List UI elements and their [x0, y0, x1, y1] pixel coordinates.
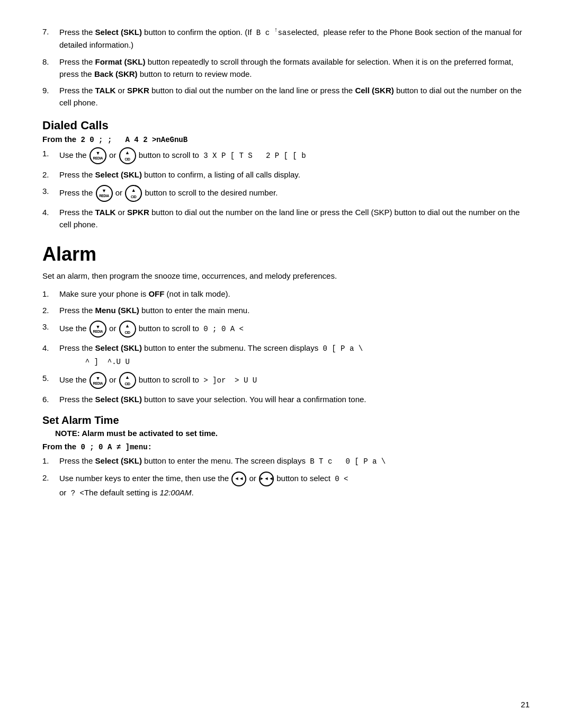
list-item: 4. Press the Select (SKL) button to ente… — [42, 342, 530, 368]
dialed-calls-from-line: From the 2 0 ; ; A 4 2 >nAeGnuB — [42, 135, 530, 144]
list-item: 9. Press the TALK or SPKR button to dial… — [42, 84, 530, 109]
cid-button: CID — [119, 372, 136, 389]
left-arrow-button: ◄◄ — [231, 472, 246, 486]
set-alarm-time-heading: Set Alarm Time — [42, 414, 530, 427]
list-content: Press the Select (SKL) button to save yo… — [59, 393, 530, 405]
redia-button: REDIA — [96, 185, 113, 202]
list-item: 4. Press the TALK or SPKR button to dial… — [42, 206, 530, 231]
list-item: 3. Press the REDIA or CID button to scro… — [42, 185, 530, 202]
list-number: 3. — [42, 321, 59, 333]
list-number: 1. — [42, 288, 59, 300]
list-item: 3. Use the REDIA or CID button to scroll… — [42, 321, 530, 338]
list-item: 2. Use number keys to enter the time, th… — [42, 472, 530, 500]
screen-code-line2: ^ ] ^.U U — [76, 358, 130, 366]
alarm-intro: Set an alarm, then program the snooze ti… — [42, 270, 530, 282]
list-number: 4. — [42, 206, 59, 218]
from-code: 0 ; 0 A ≠ ]menu: — [81, 443, 152, 451]
list-number: 6. — [42, 393, 59, 405]
or-text: or — [59, 488, 71, 497]
select-skl-bold: Select (SKL) — [95, 170, 142, 179]
talk-bold: TALK — [95, 208, 116, 217]
set-alarm-list: 1. Press the Select (SKL) button to ente… — [42, 455, 530, 500]
list-item: 6. Press the Select (SKL) button to save… — [42, 393, 530, 405]
dialed-calls-list: 1. Use the REDIA or CID button to scroll… — [42, 147, 530, 231]
redia-button: REDIA — [90, 321, 106, 338]
list-number: 1. — [42, 455, 59, 467]
default-text: The default setting is 12:00AM. — [84, 488, 194, 497]
list-item: 8. Press the Format (SKL) button repeate… — [42, 56, 530, 81]
from-label: From the — [42, 442, 76, 451]
off-bold: OFF — [148, 289, 164, 298]
list-content: Press the Select (SKL) button to confirm… — [59, 168, 530, 181]
list-content: Use the REDIA or CID button to scroll to… — [59, 372, 530, 389]
list-number: 2. — [42, 472, 59, 484]
scroll-target: 3 X P [ T S 2 P [ [ b — [203, 152, 306, 160]
set-alarm-from-line: From the 0 ; 0 A ≠ ]menu: — [42, 442, 530, 451]
spkr-bold: SPKR — [127, 86, 149, 95]
page-number: 21 — [521, 700, 530, 709]
screen-code: B T c 0 [ P a \ — [310, 457, 386, 466]
list-content: Press the TALK or SPKR button to dial ou… — [59, 206, 530, 231]
from-label: From the — [42, 135, 76, 144]
list-item: 1. Make sure your phone is OFF (not in t… — [42, 288, 530, 300]
cid-button: CID — [119, 147, 136, 164]
cid-button: CID — [125, 185, 142, 202]
list-item: 5. Use the REDIA or CID button to scroll… — [42, 372, 530, 389]
redia-button: REDIA — [90, 147, 106, 164]
cell-skr-bold: Cell (SKR) — [355, 86, 394, 95]
list-number: 5. — [42, 372, 59, 384]
scroll-target: 0 ; 0 A < — [203, 325, 244, 333]
list-number: 2. — [42, 304, 59, 316]
list-content: Use the REDIA or CID button to scroll to… — [59, 147, 530, 164]
list-item: 7. Press the Select (SKL) button to conf… — [42, 25, 530, 51]
list-item: 2. Press the Menu (SKL) button to enter … — [42, 304, 530, 316]
top-list: 7. Press the Select (SKL) button to conf… — [42, 25, 530, 109]
from-code: 2 0 ; ; A 4 2 >nAeGnuB — [81, 136, 188, 144]
list-number: 3. — [42, 185, 59, 197]
list-content: Press the TALK or SPKR button to dial ou… — [59, 84, 530, 109]
alarm-heading: Alarm — [42, 243, 530, 265]
screen-code: 0 [ P a \ — [323, 344, 363, 353]
list-number: 7. — [42, 25, 59, 38]
list-number: 1. — [42, 147, 59, 159]
menu-skl-bold: Menu (SKL) — [95, 306, 139, 315]
list-item: 1. Press the Select (SKL) button to ente… — [42, 455, 530, 468]
list-content: Press the Format (SKL) button repeatedly… — [59, 56, 530, 81]
list-item: 2. Press the Select (SKL) button to conf… — [42, 168, 530, 181]
list-content: Use the REDIA or CID button to scroll to… — [59, 321, 530, 338]
list-number: 8. — [42, 56, 59, 68]
select-skl-bold: Select (SKL) — [95, 343, 142, 352]
list-content: Press the Select (SKL) button to enter t… — [59, 342, 530, 368]
alt-code: ? < — [71, 489, 84, 498]
list-content: Press the REDIA or CID button to scroll … — [59, 185, 530, 202]
format-skl-bold: Format (SKL) — [95, 57, 146, 66]
right-arrow-button: ►◄◄ — [259, 472, 274, 486]
list-content: Use number keys to enter the time, then … — [59, 472, 530, 500]
list-content: Press the Select (SKL) button to confirm… — [59, 25, 530, 51]
alarm-note: NOTE: Alarm must be activated to set tim… — [55, 429, 530, 438]
cid-button: CID — [119, 321, 136, 338]
list-item: 1. Use the REDIA or CID button to scroll… — [42, 147, 530, 164]
back-skr-bold: Back (SKR) — [94, 69, 138, 78]
alarm-list: 1. Make sure your phone is OFF (not in t… — [42, 288, 530, 406]
select-skl-bold: Select (SKL) — [95, 28, 142, 37]
talk-bold: TALK — [95, 86, 116, 95]
spkr-bold: SPKR — [127, 208, 149, 217]
dialed-calls-heading: Dialed Calls — [42, 119, 530, 132]
list-content: Press the Select (SKL) button to enter t… — [59, 455, 530, 468]
select-skl-bold: Select (SKL) — [95, 456, 142, 465]
code-span: B c ↑sas — [256, 29, 291, 37]
list-content: Press the Menu (SKL) button to enter the… — [59, 304, 530, 316]
list-content: Make sure your phone is OFF (not in talk… — [59, 288, 530, 300]
redia-button: REDIA — [90, 372, 106, 389]
select-skl-bold: Select (SKL) — [95, 395, 142, 404]
list-number: 9. — [42, 84, 59, 96]
scroll-target: > ]or > U U — [203, 376, 257, 385]
scroll-target: 0 < — [335, 475, 348, 483]
list-number: 2. — [42, 168, 59, 181]
list-number: 4. — [42, 342, 59, 354]
